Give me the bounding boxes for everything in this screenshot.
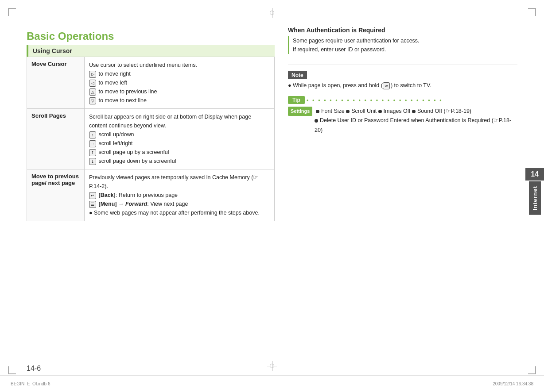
crosshair-top (267, 8, 277, 18)
btn-icon-up: △ (89, 88, 97, 95)
page-number-bottom: 14-6 (27, 365, 41, 373)
row-label-scroll-pages: Scroll Pages (27, 109, 85, 169)
section-header: Using Cursor (27, 45, 275, 57)
right-column: When Authentication is Required Some pag… (288, 27, 517, 365)
left-column: Basic Operations Using Cursor Move Curso… (27, 27, 275, 365)
chapter-tab: 14 Internet (525, 168, 544, 215)
footer-right: 2009/12/14 16:34:38 (493, 381, 533, 386)
chapter-number: 14 (525, 168, 544, 181)
page-title: Basic Operations (27, 30, 275, 42)
row-label-move-cursor: Move Cursor (27, 57, 85, 109)
table-row: Scroll Pages Scroll bar appears on right… (27, 109, 275, 169)
auth-text: Some pages require user authentication f… (288, 36, 517, 54)
corner-mark-bl (8, 366, 16, 374)
note-box: Note ● While page is open, press and hol… (288, 71, 517, 90)
footer: BEGIN_E_OI.indb 6 2009/12/14 16:34:38 (0, 375, 544, 392)
auth-title: When Authentication is Required (288, 27, 517, 34)
tip-label: Tip (288, 96, 305, 104)
tip-item-1: Font Size Scroll Unit Images Off Sound O… (316, 108, 471, 114)
note-label: Note (288, 71, 307, 79)
row-content-move-cursor: Use cursor to select underlined menu ite… (85, 57, 275, 109)
btn-icon-left: ◁ (89, 80, 97, 86)
divider (288, 65, 517, 65)
chapter-label: Internet (529, 181, 541, 215)
table-row: Move Cursor Use cursor to select underli… (27, 57, 275, 109)
row-content-move-page: Previously viewed pages are temporarily … (85, 169, 275, 221)
main-content: Basic Operations Using Cursor Move Curso… (27, 27, 517, 365)
corner-mark-tr (528, 8, 536, 16)
table-row: Move to previous page/ next page Previou… (27, 169, 275, 221)
auth-line-2: If required, enter user ID or password. (293, 46, 386, 53)
corner-mark-br (528, 366, 536, 374)
auth-line-1: Some pages require user authentication f… (293, 38, 420, 44)
tip-dots: ● ● ● ● ● ● ● ● ● ● ● ● ● ● ● ● ● ● ● ● … (307, 98, 443, 102)
footer-left: BEGIN_E_OI.indb 6 (11, 381, 51, 386)
operations-table: Move Cursor Use cursor to select underli… (27, 57, 275, 221)
row-content-scroll-pages: Scroll bar appears on right side or at b… (85, 109, 275, 169)
tip-content: Settings Font Size Scroll Unit Images Of… (288, 107, 517, 135)
row-label-move-page: Move to previous page/ next page (27, 169, 85, 221)
tip-box: Tip ● ● ● ● ● ● ● ● ● ● ● ● ● ● ● ● ● ● … (288, 96, 517, 135)
note-text: ● While page is open, press and hold (w)… (288, 81, 517, 90)
btn-icon-down: ▽ (89, 97, 97, 104)
settings-label: Settings (288, 107, 312, 116)
auth-section: When Authentication is Required Some pag… (288, 27, 517, 58)
btn-icon-right: ▷ (89, 71, 97, 77)
corner-mark-tl (8, 8, 16, 16)
tip-item-2: Delete User ID or Password Entered when … (315, 116, 517, 135)
tip-header: Tip ● ● ● ● ● ● ● ● ● ● ● ● ● ● ● ● ● ● … (288, 96, 517, 104)
